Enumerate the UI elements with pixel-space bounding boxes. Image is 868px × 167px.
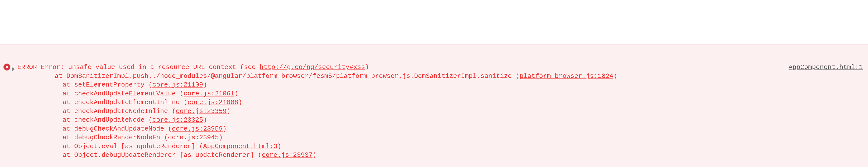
entry-gutter	[0, 63, 16, 70]
stack-frame-link[interactable]: core.js:23937	[262, 152, 312, 159]
source-link[interactable]: AppComponent.html:1	[788, 63, 868, 72]
error-icon	[3, 64, 10, 70]
stack-frame-text: at DomSanitizerImpl.push../node_modules/…	[39, 72, 520, 80]
stack-frame-link[interactable]: core.js:21061	[184, 90, 235, 97]
stack-frame-link[interactable]: core.js:23959	[172, 125, 223, 133]
stack-trace: at DomSanitizerImpl.push../node_modules/…	[18, 72, 784, 160]
error-message-body: ERROR Error: unsafe value used in a reso…	[16, 63, 788, 160]
error-msg-post: )	[365, 64, 369, 71]
stack-frame-link[interactable]: core.js:21008	[187, 99, 238, 106]
console-error-entry: ERROR Error: unsafe value used in a reso…	[0, 44, 868, 167]
disclosure-triangle-icon[interactable]	[12, 67, 15, 71]
stack-frame-link[interactable]: AppComponent.html:3	[203, 143, 277, 150]
stack-frame-link[interactable]: core.js:23359	[176, 108, 226, 115]
error-msg-pre: Error: unsafe value used in a resource U…	[41, 64, 259, 71]
stack-frame-link[interactable]: platform-browser.js:1824	[520, 72, 613, 80]
error-msg-link[interactable]: http://g.co/ng/security#xss	[259, 64, 365, 71]
stack-frame-link[interactable]: core.js:21109	[152, 81, 203, 89]
stack-frame-link[interactable]: core.js:23325	[152, 116, 203, 124]
error-prefix: ERROR	[18, 64, 37, 71]
stack-frame-link[interactable]: core.js:23945	[168, 134, 219, 141]
